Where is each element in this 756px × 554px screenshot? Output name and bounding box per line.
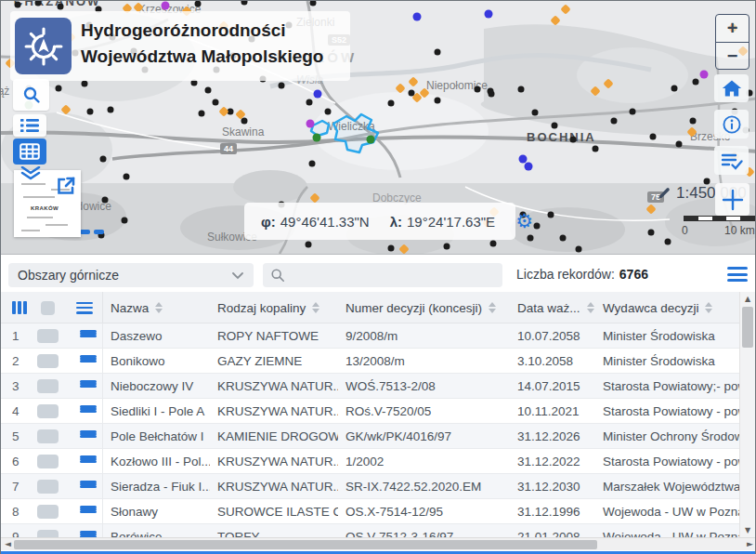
map-marker-black[interactable] [611,118,618,125]
row-menu-button[interactable] [72,330,97,342]
row-checkbox[interactable] [37,329,59,343]
table-row[interactable]: 5Pole Bełchatów IKAMIENIE DROGOW...GK/wk… [1,424,741,449]
map-marker-black[interactable] [690,118,697,125]
map-marker-black[interactable] [650,134,657,140]
row-menu-button[interactable] [72,430,97,442]
map-marker-green[interactable] [313,134,321,142]
row-menu-button[interactable] [72,355,97,367]
map-marker-black[interactable] [630,109,636,115]
column-header-data-waznosci[interactable]: Data waż... [510,301,595,315]
row-menu-button[interactable] [72,455,97,468]
vertical-scrollbar[interactable]: ▲ ▼ [739,292,755,537]
map-marker-orange[interactable] [645,204,656,214]
map-marker-orange[interactable] [686,126,697,137]
map-marker-orange[interactable] [60,104,71,114]
column-chooser-button[interactable] [1,301,29,314]
home-extent-button[interactable] [714,74,749,102]
map-marker-black[interactable] [435,49,441,56]
horizontal-scroll-thumb[interactable] [14,540,597,549]
map-marker-purple[interactable] [162,2,170,10]
map-marker-black[interactable] [648,230,655,236]
row-menu-button[interactable] [72,405,97,417]
map-marker-purple[interactable] [306,120,315,128]
map-marker-black[interactable] [310,1,317,7]
row-menu-button[interactable] [72,531,97,537]
map-marker-black[interactable] [122,218,128,224]
row-checkbox[interactable] [37,455,59,468]
coordinates-settings-gear-icon[interactable]: ⚙ [515,212,533,231]
map-marker-orange[interactable] [395,83,405,93]
map-marker-black[interactable] [490,241,497,247]
vertical-scroll-thumb[interactable] [742,307,753,348]
row-checkbox[interactable] [37,404,59,418]
map-search-button[interactable] [13,79,49,111]
map-marker-orange[interactable] [560,4,570,14]
map-marker-black[interactable] [82,81,88,87]
map-marker-black[interactable] [435,98,441,104]
map-marker-black[interactable] [108,107,114,113]
map-marker-black[interactable] [15,2,21,8]
map-marker-orange[interactable] [398,244,409,254]
table-row[interactable]: 9BorówiceTORFYOS.V-7512-3-16/9721.01.200… [1,524,741,537]
map-marker-blue[interactable] [413,13,422,21]
map-marker-orange[interactable] [309,192,319,203]
scroll-left-arrow[interactable]: ◄ [5,539,11,548]
map-marker-black[interactable] [279,83,285,89]
map-marker-black[interactable] [560,235,567,242]
row-checkbox[interactable] [37,429,59,443]
map-marker-black[interactable] [388,100,395,107]
map-canvas[interactable]: CHRZANÓWKrzeszowiceZielonkiKRAKÓWWisłaNi… [1,1,756,254]
map-marker-black[interactable] [306,242,312,248]
map-marker-blue[interactable] [485,10,493,19]
zoom-out-button[interactable]: − [716,43,749,70]
map-marker-black[interactable] [593,146,599,152]
map-marker-black[interactable] [388,245,395,252]
map-marker-black[interactable] [528,235,534,242]
map-marker-black[interactable] [56,86,62,92]
map-marker-black[interactable] [87,109,94,115]
map-marker-green[interactable] [367,136,375,144]
row-menu-button[interactable] [72,481,97,493]
row-checkbox[interactable] [37,505,59,519]
map-marker-black[interactable] [518,86,525,93]
map-marker-black[interactable] [475,86,481,93]
column-header-nazwa[interactable]: Nazwa [103,301,210,315]
map-marker-black[interactable] [241,118,248,125]
table-row[interactable]: 7Sieradza - Fiuk I...KRUSZYWA NATUR...SR… [1,474,741,499]
column-header-numer-decyzji[interactable]: Numer decyzji (koncesji) [338,301,510,315]
map-marker-black[interactable] [100,156,107,163]
legend-list-button[interactable] [13,114,46,137]
scroll-down-arrow[interactable]: ▼ [740,526,755,534]
row-checkbox[interactable] [37,379,59,393]
map-marker-purple[interactable] [700,71,709,79]
map-marker-black[interactable] [58,4,64,10]
map-marker-orange[interactable] [590,86,600,96]
table-row[interactable]: 6Kozłowo III - Pol...KRUSZYWA NATUR...1/… [1,449,741,474]
map-marker-blue[interactable] [525,163,533,171]
table-row[interactable]: 3Nieboczowy IVKRUSZYWA NATUR...WOŚ.7513-… [1,374,741,399]
map-marker-black[interactable] [199,111,205,117]
map-marker-black[interactable] [241,1,248,6]
attribute-table-button[interactable] [13,138,46,165]
scroll-right-arrow[interactable]: ► [747,539,753,548]
row-checkbox[interactable] [37,530,59,537]
info-button[interactable] [714,110,749,138]
map-marker-black[interactable] [671,86,678,92]
row-checkbox[interactable] [37,480,59,494]
dataset-select[interactable]: Obszary górnicze [8,263,254,287]
select-all-checkbox[interactable] [41,301,55,315]
map-marker-black[interactable] [576,246,582,253]
collapse-panel-button[interactable] [18,166,44,180]
map-marker-black[interactable] [444,244,450,250]
row-menu-button[interactable] [72,506,97,518]
map-marker-blue[interactable] [314,90,322,99]
external-link-icon[interactable] [55,175,77,201]
map-marker-black[interactable] [325,109,332,115]
column-header-rodzaj-kopaliny[interactable]: Rodzaj kopaliny [210,301,338,315]
map-marker-black[interactable] [124,174,130,180]
map-marker-orange[interactable] [408,76,418,86]
map-marker-black[interactable] [534,223,541,230]
map-marker-black[interactable] [532,110,539,116]
map-marker-black[interactable] [570,137,577,143]
map-marker-black[interactable] [102,197,109,204]
